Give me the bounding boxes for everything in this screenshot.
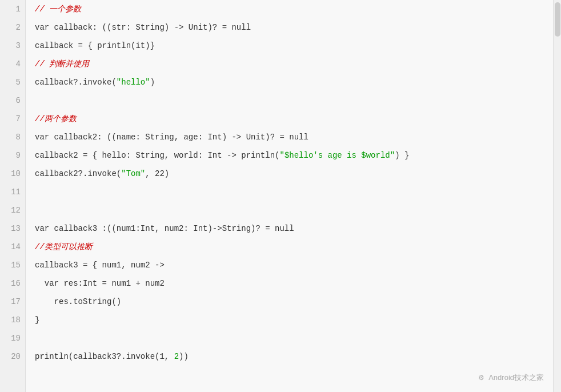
code-line: callback = { println(it)} — [35, 37, 561, 55]
watermark-icon: ⚙ — [476, 373, 486, 383]
line-number: 12 — [0, 201, 25, 219]
line-number: 1 — [0, 0, 25, 18]
code-line: //两个参数 — [35, 110, 561, 128]
watermark-text: Android技术之家 — [488, 373, 544, 383]
code-line: var callback3 :((num1:Int, num2: Int)->S… — [35, 219, 561, 238]
code-line: // 一个参数 — [35, 0, 561, 18]
line-number: 5 — [0, 73, 25, 91]
code-token: )) — [179, 352, 189, 361]
code-token: "hello" — [117, 78, 150, 87]
line-number: 6 — [0, 91, 25, 110]
code-token: } — [35, 315, 39, 325]
code-token: callback2 = { hello: String, world: Int … — [35, 151, 279, 160]
line-number: 16 — [0, 274, 25, 293]
code-token: callback?.invoke( — [35, 78, 117, 87]
line-number: 2 — [0, 18, 25, 37]
code-token: println(callback3?.invoke(1, — [35, 352, 174, 361]
code-line — [35, 329, 561, 347]
line-number: 18 — [0, 311, 25, 329]
code-token: res.toString() — [35, 297, 121, 306]
code-line: //类型可以推断 — [35, 238, 561, 256]
line-number: 7 — [0, 110, 25, 128]
code-line: callback?.invoke("hello") — [35, 73, 561, 91]
line-number: 3 — [0, 37, 25, 55]
code-line: callback2?.invoke("Tom", 22) — [35, 165, 561, 183]
code-line: // 判断并使用 — [35, 55, 561, 73]
code-token: ) — [150, 78, 155, 87]
code-token: // 一个参数 — [35, 4, 81, 14]
code-line: println(callback3?.invoke(1, 2)) — [35, 347, 561, 366]
line-number: 4 — [0, 55, 25, 73]
code-token: , 22) — [145, 169, 169, 178]
line-number: 8 — [0, 128, 25, 146]
code-container: 1234567891011121314151617181920 // 一个参数v… — [0, 0, 561, 392]
code-token: ) } — [395, 151, 409, 160]
code-token: 2 — [174, 352, 179, 361]
code-token: "$hello's age is $world" — [279, 151, 395, 160]
scrollbar[interactable] — [553, 0, 561, 392]
code-area: // 一个参数var callback: ((str: String) -> U… — [26, 0, 561, 392]
code-line — [35, 201, 561, 219]
code-line: var callback: ((str: String) -> Unit)? =… — [35, 18, 561, 37]
line-number: 15 — [0, 256, 25, 274]
code-line: res.toString() — [35, 293, 561, 311]
code-token: callback3 = { num1, num2 -> — [35, 261, 165, 270]
line-number: 14 — [0, 238, 25, 256]
line-number: 19 — [0, 329, 25, 347]
line-number: 20 — [0, 347, 25, 366]
line-number: 9 — [0, 146, 25, 165]
watermark: ⚙ Android技术之家 — [476, 373, 544, 383]
line-number: 10 — [0, 165, 25, 183]
code-line: } — [35, 311, 561, 329]
line-number: 11 — [0, 183, 25, 201]
code-token: callback = { println(it)} — [35, 41, 155, 50]
code-token: "Tom" — [121, 169, 145, 178]
code-token: // 判断并使用 — [35, 59, 89, 69]
line-number: 17 — [0, 293, 25, 311]
code-token: callback2?.invoke( — [35, 169, 121, 178]
line-number: 13 — [0, 219, 25, 238]
code-token: var callback: ((str: String) -> Unit)? =… — [35, 23, 251, 32]
code-line — [35, 183, 561, 201]
code-line: callback2 = { hello: String, world: Int … — [35, 146, 561, 165]
scrollbar-thumb — [555, 2, 560, 37]
code-token: var res:Int = num1 + num2 — [35, 279, 165, 288]
code-token: //两个参数 — [35, 114, 77, 124]
line-numbers: 1234567891011121314151617181920 — [0, 0, 26, 392]
code-token: var callback3 :((num1:Int, num2: Int)->S… — [35, 224, 294, 233]
code-line: callback3 = { num1, num2 -> — [35, 256, 561, 274]
code-line: var callback2: ((name: String, age: Int)… — [35, 128, 561, 146]
code-token: //类型可以推断 — [35, 242, 93, 252]
code-token: var callback2: ((name: String, age: Int)… — [35, 133, 308, 142]
code-line: var res:Int = num1 + num2 — [35, 274, 561, 293]
code-line — [35, 91, 561, 110]
